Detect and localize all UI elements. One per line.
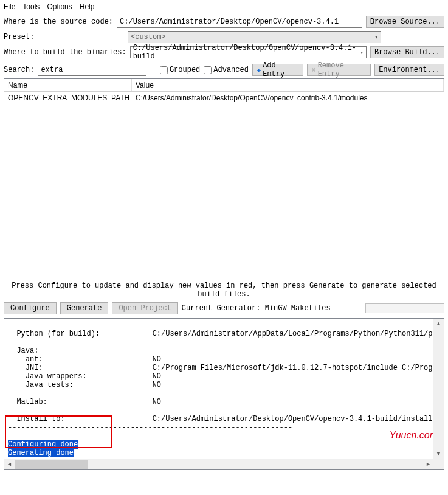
- output-log: Python (for build): C:/Users/Administrat…: [4, 318, 444, 470]
- menu-tools[interactable]: Tools: [22, 2, 40, 11]
- build-dir-label: Where to build the binaries:: [4, 48, 126, 57]
- action-row: Configure Generate Open Project Current …: [0, 301, 448, 318]
- x-icon: ✖: [311, 66, 315, 75]
- search-label: Search:: [4, 66, 34, 74]
- menu-file[interactable]: File: [4, 2, 15, 11]
- highlight-box: [5, 415, 112, 448]
- log-line: JNI: C:/Program Files/Microsoft/jdk-11.0…: [8, 364, 444, 372]
- browse-source-button[interactable]: Browse Source...: [366, 16, 444, 28]
- browse-build-button[interactable]: Browse Build...: [370, 46, 444, 58]
- log-line: Java:: [8, 347, 38, 355]
- col-name[interactable]: Name: [4, 79, 132, 91]
- scroll-left-icon[interactable]: ◀: [4, 459, 15, 469]
- log-line: Java tests: NO: [8, 381, 161, 389]
- menubar: File Tools Options Help: [0, 0, 448, 13]
- advanced-checkbox[interactable]: Advanced: [204, 66, 249, 74]
- current-generator-label: Current Generator: MinGW Makefiles: [182, 304, 331, 313]
- add-entry-label: Add Entry: [263, 61, 299, 78]
- output-content[interactable]: Python (for build): C:/Users/Administrat…: [4, 319, 444, 459]
- progress-bar: [365, 303, 444, 313]
- col-value[interactable]: Value: [132, 79, 444, 91]
- add-entry-button[interactable]: ✚ Add Entry: [252, 64, 303, 76]
- scrollbar-horizontal[interactable]: ◀ ▶: [4, 459, 444, 469]
- search-input[interactable]: [38, 64, 146, 76]
- build-dir-value: C:/Users/Administrator/Desktop/OpenCV/op…: [133, 44, 360, 61]
- remove-entry-button[interactable]: ✖ Remove Entry: [307, 64, 371, 76]
- log-line: Matlab: NO: [8, 398, 161, 406]
- hint-text: Press Configure to update and display ne…: [0, 279, 448, 301]
- log-line: ant: NO: [8, 355, 161, 364]
- advanced-checkbox-input[interactable]: [204, 66, 212, 74]
- menu-help[interactable]: Help: [80, 2, 95, 11]
- log-line: Java wrappers: NO: [8, 372, 161, 381]
- open-project-button[interactable]: Open Project: [112, 302, 177, 314]
- scroll-up-icon[interactable]: ▲: [433, 319, 444, 329]
- generate-button[interactable]: Generate: [60, 302, 109, 314]
- grouped-checkbox[interactable]: Grouped: [160, 66, 200, 74]
- cell-value: C:/Users/Administrator/Desktop/OpenCV/op…: [132, 92, 444, 103]
- config-table: Name Value OPENCV_EXTRA_MODULES_PATH C:/…: [4, 78, 444, 279]
- environment-button[interactable]: Environment...: [374, 64, 444, 76]
- scroll-down-icon[interactable]: ▼: [433, 449, 444, 459]
- scroll-thumb[interactable]: [15, 460, 88, 469]
- preset-combo[interactable]: <custom> ▾: [128, 31, 381, 43]
- plus-icon: ✚: [257, 66, 261, 75]
- scroll-right-icon[interactable]: ▶: [423, 459, 433, 469]
- chevron-down-icon: ▾: [360, 49, 364, 56]
- remove-entry-label: Remove Entry: [318, 61, 367, 78]
- log-line: Python (for build): C:/Users/Administrat…: [8, 330, 444, 338]
- scrollbar-vertical[interactable]: ▲ ▼: [433, 319, 444, 459]
- source-code-input[interactable]: [117, 16, 362, 28]
- grouped-label: Grouped: [170, 66, 200, 74]
- source-code-label: Where is the source code:: [4, 18, 113, 26]
- generating-done: Generating done: [8, 449, 74, 457]
- preset-label: Preset:: [4, 33, 124, 41]
- preset-value: <custom>: [131, 33, 166, 41]
- chevron-down-icon: ▾: [375, 34, 378, 41]
- table-body: OPENCV_EXTRA_MODULES_PATH C:/Users/Admin…: [4, 92, 444, 104]
- menu-options[interactable]: Options: [47, 2, 72, 11]
- configure-button[interactable]: Configure: [4, 302, 57, 314]
- toolbar: Search: Grouped Advanced ✚ Add Entry ✖ R…: [0, 63, 448, 78]
- form-area: Where is the source code: Browse Source.…: [0, 13, 448, 63]
- cell-name: OPENCV_EXTRA_MODULES_PATH: [4, 92, 132, 103]
- watermark: Yuucn.com: [390, 430, 438, 441]
- grouped-checkbox-input[interactable]: [160, 66, 168, 74]
- advanced-label: Advanced: [213, 66, 249, 74]
- table-header: Name Value: [4, 79, 444, 92]
- build-dir-combo[interactable]: C:/Users/Administrator/Desktop/OpenCV/op…: [130, 46, 367, 58]
- table-row[interactable]: OPENCV_EXTRA_MODULES_PATH C:/Users/Admin…: [4, 92, 444, 104]
